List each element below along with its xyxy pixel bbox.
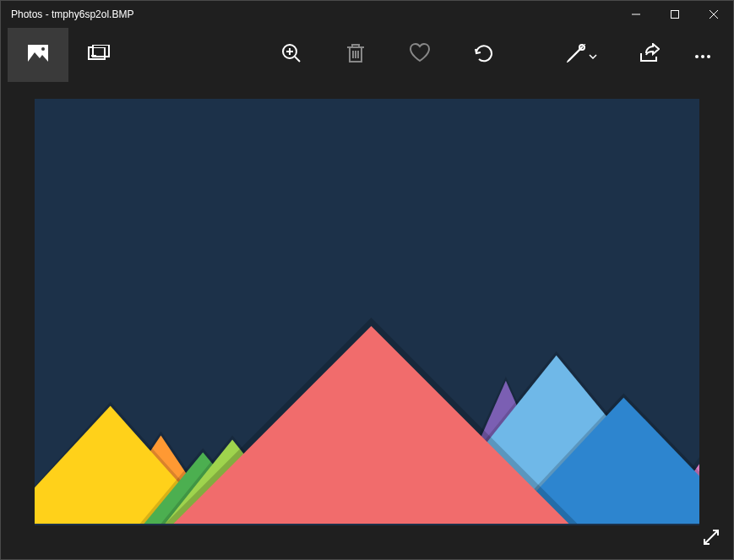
svg-rect-1 [671,11,679,19]
svg-line-19 [567,44,585,63]
more-button[interactable] [679,28,726,82]
fullscreen-button[interactable] [698,525,725,552]
image-view-tab[interactable] [8,28,68,82]
zoom-in-icon [281,43,302,67]
rotate-button[interactable] [452,28,516,82]
svg-point-20 [695,55,699,58]
edit-create-button[interactable] [544,28,618,82]
window-controls [617,1,733,28]
svg-point-21 [701,55,704,58]
chevron-down-icon [589,47,597,63]
titlebar: Photos - tmphy6sp2ol.BMP [1,1,733,28]
toolbar [1,28,733,82]
svg-line-43 [704,530,718,544]
ellipsis-icon [694,47,711,63]
image-content [35,99,699,524]
svg-line-12 [295,57,300,62]
compare-icon [88,45,110,65]
svg-point-6 [41,47,45,51]
displayed-image [35,99,699,525]
close-button[interactable] [694,1,733,28]
svg-point-22 [707,55,710,58]
rotate-icon [473,42,495,68]
fullscreen-icon [703,529,720,549]
minimize-button[interactable] [617,1,655,28]
image-icon [27,44,49,66]
maximize-button[interactable] [655,1,694,28]
compare-tab[interactable] [68,28,129,82]
delete-button[interactable] [324,28,388,82]
heart-icon [409,43,431,67]
app-window: Photos - tmphy6sp2ol.BMP [0,0,734,560]
share-icon [638,43,660,67]
zoom-button[interactable] [259,28,324,82]
share-button[interactable] [618,28,679,82]
favorite-button[interactable] [388,28,452,82]
trash-icon [346,43,365,67]
image-viewport[interactable] [1,82,733,559]
edit-icon [565,42,587,68]
window-title: Photos - tmphy6sp2ol.BMP [1,8,133,20]
